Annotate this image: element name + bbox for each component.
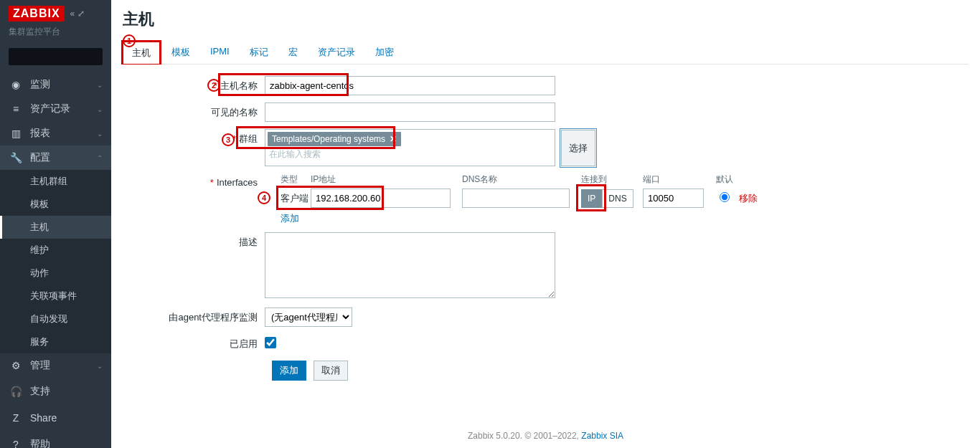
host-form: 2 *主机名称 可见的名称 3 *群组 Templates/	[111, 65, 980, 386]
iface-port-input[interactable]	[643, 189, 704, 208]
chevron-down-icon: ⌄	[97, 105, 103, 113]
label-visiblename: 可见的名称	[128, 103, 265, 119]
sub-hosts[interactable]: 主机	[0, 216, 111, 239]
th-dns: DNS名称	[462, 173, 575, 186]
agent-proxy-select[interactable]: (无agent代理程序)	[265, 308, 352, 327]
submit-button[interactable]: 添加	[272, 361, 306, 381]
annotation-2: 2	[207, 79, 220, 92]
interface-row: 4 客户端 IP DNS 移除	[265, 189, 768, 208]
th-type: 类型	[265, 173, 311, 186]
annotation-4: 4	[258, 191, 270, 204]
eye-icon: ◉	[9, 79, 23, 90]
chevron-up-icon: ⌃	[97, 154, 103, 162]
tab-tags[interactable]: 标记	[241, 42, 277, 64]
sub-templates[interactable]: 模板	[0, 193, 111, 216]
label-hostname: *主机名称	[128, 76, 265, 92]
sidebar-header: ZABBIX « ⤢ 集群监控平台	[0, 0, 111, 41]
search-box[interactable]: 🔍	[9, 48, 103, 65]
chevron-down-icon: ⌄	[97, 130, 103, 138]
connect-ip-button[interactable]: IP	[581, 189, 602, 208]
annotation-3: 3	[222, 133, 235, 146]
iface-remove-link[interactable]: 移除	[739, 193, 758, 204]
label-groups: *群组	[128, 129, 265, 146]
connect-dns-button[interactable]: DNS	[602, 189, 633, 208]
iface-ip-input[interactable]	[311, 189, 451, 208]
tab-inventory[interactable]: 资产记录	[309, 42, 364, 64]
sub-maintenance[interactable]: 维护	[0, 239, 111, 262]
enabled-checkbox[interactable]	[265, 337, 276, 348]
connect-toggle: IP DNS	[581, 189, 637, 208]
chevron-down-icon: ⌄	[97, 81, 103, 89]
tab-encryption[interactable]: 加密	[367, 42, 402, 64]
th-conn: 连接到	[581, 173, 637, 186]
nav-reports[interactable]: ▥ 报表 ⌄	[0, 121, 111, 146]
label-interfaces: *Interfaces	[128, 173, 265, 188]
list-icon: ≡	[9, 103, 23, 115]
groups-multiselect[interactable]: Templates/Operating systems ✕ 在此输入搜索	[265, 129, 555, 166]
nav-share[interactable]: Z Share	[0, 405, 111, 431]
interfaces-table: 类型 IP地址 DNS名称 连接到 端口 默认 4 客户端	[265, 173, 768, 225]
annotation-1: 1	[123, 34, 136, 47]
chevron-down-icon: ⌄	[97, 362, 103, 370]
sub-hostgroups[interactable]: 主机群组	[0, 170, 111, 193]
nav-admin[interactable]: ⚙ 管理 ⌄	[0, 353, 111, 378]
fullscreen-icon[interactable]: ⤢	[77, 9, 85, 19]
share-icon: Z	[9, 412, 23, 424]
iface-default-radio[interactable]	[720, 192, 730, 202]
label-agent-proxy: 由agent代理程序监测	[128, 308, 265, 324]
tab-ipmi[interactable]: IPMI	[202, 42, 238, 64]
cancel-button[interactable]: 取消	[314, 361, 348, 381]
sidebar: ZABBIX « ⤢ 集群监控平台 🔍 ◉ 监测 ⌄ ≡ 资产记录	[0, 0, 111, 448]
main-content: 主机 1 主机 模板 IPMI 标记 宏 资产记录 加密 2 *主机名称	[111, 0, 980, 448]
nav-config-sub: 主机群组 模板 主机 维护 动作 关联项事件 自动发现 服务	[0, 170, 111, 353]
main-nav: ◉ 监测 ⌄ ≡ 资产记录 ⌄ ▥ 报表 ⌄ 🔧 配置 ⌃ 主机群组 模板	[0, 72, 111, 378]
label-description: 描述	[128, 232, 265, 249]
collapse-icon[interactable]: «	[70, 9, 75, 19]
footer-link[interactable]: Zabbix SIA	[581, 431, 623, 441]
search-input[interactable]	[13, 52, 121, 62]
iface-dns-input[interactable]	[462, 189, 570, 208]
sub-discovery[interactable]: 自动发现	[0, 308, 111, 330]
sub-correlation[interactable]: 关联项事件	[0, 285, 111, 308]
label-enabled: 已启用	[128, 334, 265, 351]
sub-actions[interactable]: 动作	[0, 262, 111, 285]
chart-icon: ▥	[9, 128, 23, 139]
sub-services[interactable]: 服务	[0, 330, 111, 353]
visiblename-input[interactable]	[265, 103, 555, 122]
nav-bottom: 🎧 支持 Z Share ? 帮助	[0, 378, 111, 448]
th-port: 端口	[643, 173, 709, 186]
group-tag[interactable]: Templates/Operating systems ✕	[268, 132, 401, 146]
nav-help[interactable]: ? 帮助	[0, 431, 111, 448]
hostname-input[interactable]	[265, 76, 555, 95]
tab-macros[interactable]: 宏	[280, 42, 306, 64]
gear-icon: ⚙	[9, 360, 23, 371]
remove-tag-icon[interactable]: ✕	[390, 134, 397, 144]
wrench-icon: 🔧	[9, 152, 23, 163]
th-default: 默认	[715, 173, 735, 186]
tabs: 主机 模板 IPMI 标记 宏 资产记录 加密	[123, 42, 969, 65]
headset-icon: 🎧	[9, 386, 23, 397]
logo: ZABBIX	[9, 6, 65, 22]
help-icon: ?	[9, 439, 23, 448]
nav-monitoring[interactable]: ◉ 监测 ⌄	[0, 72, 111, 97]
tab-templates[interactable]: 模板	[163, 42, 199, 64]
add-interface-link[interactable]: 添加	[281, 213, 299, 224]
nav-inventory[interactable]: ≡ 资产记录 ⌄	[0, 97, 111, 121]
nav-support[interactable]: 🎧 支持	[0, 378, 111, 405]
nav-config[interactable]: 🔧 配置 ⌃	[0, 146, 111, 170]
iface-type: 客户端	[281, 193, 308, 204]
brand-subtitle: 集群监控平台	[9, 26, 103, 38]
description-textarea[interactable]	[265, 232, 555, 298]
page-title: 主机	[111, 0, 980, 30]
th-ip: IP地址	[311, 173, 456, 186]
select-groups-button[interactable]: 选择	[561, 130, 595, 166]
footer: Zabbix 5.0.20. © 2001–2022, Zabbix SIA	[111, 416, 980, 448]
groups-placeholder: 在此输入搜索	[268, 146, 552, 163]
